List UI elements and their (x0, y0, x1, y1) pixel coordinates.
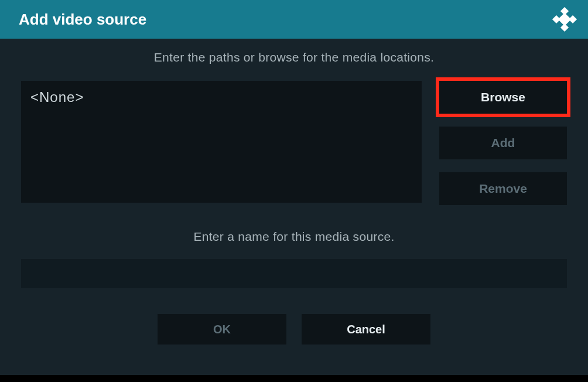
titlebar: Add video source (0, 0, 588, 39)
path-list-value: <None> (30, 89, 84, 105)
paths-instruction-label: Enter the paths or browse for the media … (21, 50, 567, 64)
ok-button[interactable]: OK (158, 314, 286, 345)
svg-rect-4 (558, 13, 572, 26)
dialog-title: Add video source (19, 11, 146, 29)
path-list-input[interactable]: <None> (21, 81, 422, 203)
add-button[interactable]: Add (439, 127, 567, 159)
kodi-logo-icon (552, 6, 577, 32)
remove-button[interactable]: Remove (439, 172, 567, 205)
source-name-input[interactable] (21, 259, 567, 288)
add-video-source-dialog: Add video source Enter the paths or brow… (0, 0, 588, 375)
bottom-strip (0, 375, 588, 382)
side-buttons: Browse Add Remove (439, 81, 567, 205)
name-instruction-label: Enter a name for this media source. (21, 230, 567, 244)
browse-highlight: Browse (436, 77, 570, 117)
footer-buttons: OK Cancel (21, 314, 567, 345)
paths-row: <None> Browse Add Remove (21, 81, 567, 205)
cancel-button[interactable]: Cancel (302, 314, 430, 345)
browse-button[interactable]: Browse (439, 81, 567, 114)
dialog-content: Enter the paths or browse for the media … (0, 39, 588, 375)
